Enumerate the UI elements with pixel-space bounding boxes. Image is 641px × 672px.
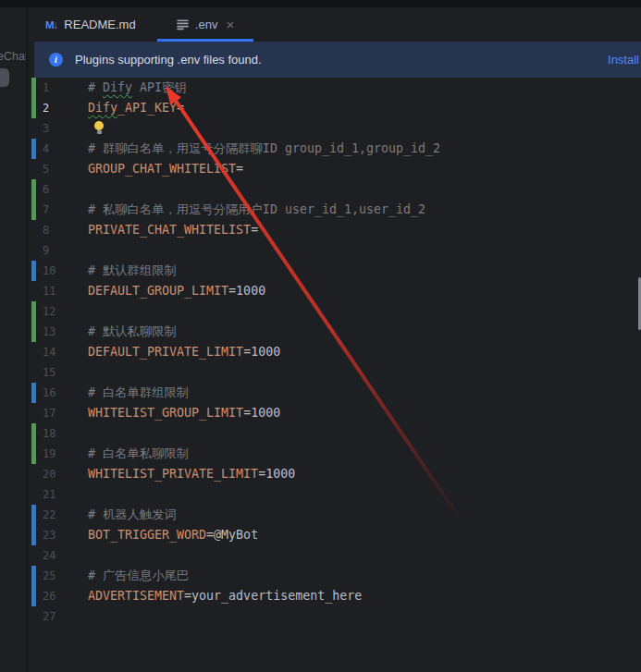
code-line[interactable]: 10# 默认群组限制 [29,261,641,281]
code-line[interactable]: 23BOT_TRIGGER_WORD=@MyBot [29,525,641,545]
line-number[interactable]: 25 [43,566,81,586]
left-panel-thumb[interactable] [0,68,9,87]
vcs-change-bar[interactable] [31,586,36,606]
code-line[interactable]: 7# 私聊白名单，用逗号分隔用户ID user_id_1,user_id_2 [29,200,641,220]
code-token: # 默认私聊限制 [88,324,177,338]
line-number[interactable]: 16 [43,383,81,403]
code-line[interactable]: 12 [29,301,641,322]
code-line[interactable]: 17WHITELIST_GROUP_LIMIT=1000 [29,403,641,423]
line-number[interactable]: 9 [43,240,81,261]
line-number[interactable]: 13 [43,322,81,342]
line-number[interactable]: 2 [43,98,81,118]
vcs-change-bar [31,464,36,484]
text-file-icon [177,18,189,31]
tab-readme-label: README.md [64,18,135,31]
line-number[interactable]: 20 [43,464,81,484]
code-line[interactable]: 24 [29,545,641,566]
code-token: # 私聊白名单，用逗号分隔用户ID user_id_1,user_id_2 [88,202,425,216]
code-line[interactable]: 20WHITELIST_PRIVATE_LIMIT=1000 [29,464,641,484]
vcs-change-bar[interactable] [31,139,36,159]
vcs-change-bar[interactable] [31,505,36,525]
code-line[interactable]: 21 [29,484,641,505]
vcs-change-bar[interactable] [31,200,36,220]
code-token: =1000 [243,345,280,359]
vcs-change-bar[interactable] [31,423,36,444]
vcs-change-bar [31,281,36,301]
code-line[interactable]: 9 [29,240,641,261]
line-number[interactable]: 4 [43,139,81,159]
code-line[interactable]: 25# 广告信息小尾巴 [29,566,641,586]
line-number[interactable]: 1 [43,78,81,98]
project-tool-window-strip: eChat- [0,7,26,672]
vcs-change-bar [31,545,36,566]
tab-readme[interactable]: M↓ README.md [34,7,147,42]
code-line[interactable]: 8PRIVATE_CHAT_WHITELIST= [29,220,641,240]
vcs-change-bar[interactable] [31,444,36,464]
vcs-change-bar[interactable] [31,78,36,98]
code-line[interactable]: 3 [29,118,641,139]
code-token: API密钥 [132,80,187,94]
code-line[interactable]: 22# 机器人触发词 [29,505,641,525]
code-line[interactable]: 11DEFAULT_GROUP_LIMIT=1000 [29,281,641,301]
tab-env[interactable]: .env × [157,7,253,42]
line-number[interactable]: 6 [43,179,81,200]
vcs-change-bar[interactable] [31,566,36,586]
code-token: # [88,80,103,94]
code-line[interactable]: 16# 白名单群组限制 [29,383,641,403]
code-line[interactable]: 5GROUP_CHAT_WHITELIST= [29,159,641,179]
vcs-change-bar [31,342,36,362]
line-number[interactable]: 11 [43,281,81,301]
line-number[interactable]: 23 [43,525,81,545]
code-line[interactable]: 13# 默认私聊限制 [29,322,641,342]
vcs-change-bar[interactable] [31,301,36,322]
vcs-change-bar[interactable] [31,261,36,281]
markdown-icon: M↓ [45,19,57,31]
code-token: = [236,162,243,176]
line-number[interactable]: 8 [43,220,81,240]
code-token: =1000 [258,467,295,481]
code-token: # 群聊白名单，用逗号分隔群聊ID group_id_1,group_id_2 [88,141,440,155]
line-number[interactable]: 24 [43,545,81,566]
code-line[interactable]: 19# 白名单私聊限制 [29,444,641,464]
vcs-change-bar[interactable] [31,322,36,342]
code-token: # 白名单群组限制 [88,385,189,399]
close-icon[interactable]: × [226,17,234,32]
code-token: =your_advertisement_here [184,589,362,603]
plugin-notification-banner: i Plugins supporting .env files found. I… [34,42,641,78]
vcs-change-bar [31,118,36,139]
code-token: # 机器人触发词 [88,507,177,521]
code-line[interactable]: 27 [29,606,641,627]
line-number[interactable]: 14 [43,342,81,362]
code-line[interactable]: 4# 群聊白名单，用逗号分隔群聊ID group_id_1,group_id_2 [29,139,641,159]
line-number[interactable]: 21 [43,484,81,505]
line-number[interactable]: 19 [43,444,81,464]
vcs-change-bar [31,484,36,505]
intention-bulb-icon[interactable] [94,121,105,136]
vcs-change-bar[interactable] [31,525,36,545]
code-line[interactable]: 6 [29,179,641,200]
line-number[interactable]: 5 [43,159,81,179]
line-number[interactable]: 10 [43,261,81,281]
line-number[interactable]: 18 [43,423,81,444]
line-number[interactable]: 12 [43,301,81,322]
line-number[interactable]: 7 [43,200,81,220]
line-number[interactable]: 27 [43,606,81,627]
code-line[interactable]: 15 [29,362,641,383]
code-token: GROUP_CHAT_WHITELIST [88,162,236,176]
vcs-change-bar[interactable] [31,383,36,403]
line-number[interactable]: 15 [43,362,81,383]
code-token: =@MyBot [206,528,258,542]
install-link[interactable]: Install [608,53,641,67]
vcs-change-bar[interactable] [31,179,36,200]
line-number[interactable]: 3 [43,118,81,139]
code-line[interactable]: 2Dify_API_KEY= [29,98,641,118]
line-number[interactable]: 22 [43,505,81,525]
line-number[interactable]: 17 [43,403,81,423]
code-token: = [251,223,258,237]
code-line[interactable]: 14DEFAULT_PRIVATE_LIMIT=1000 [29,342,641,362]
line-number[interactable]: 26 [43,586,81,606]
code-line[interactable]: 18 [29,423,641,444]
code-line[interactable]: 1# Dify API密钥 [29,78,641,98]
code-line[interactable]: 26ADVERTISEMENT=your_advertisement_here [29,586,641,606]
vcs-change-bar[interactable] [31,98,36,118]
